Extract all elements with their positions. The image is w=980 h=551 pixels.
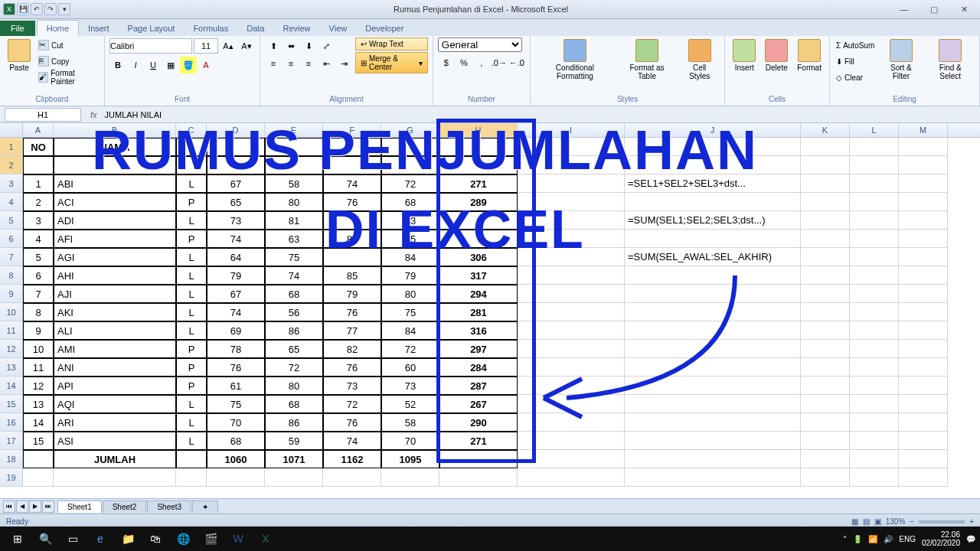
explorer-icon[interactable]: 📁	[115, 528, 141, 549]
cell[interactable]	[850, 138, 899, 156]
cell[interactable]	[323, 248, 381, 266]
word-icon[interactable]: W	[225, 528, 251, 549]
cell[interactable]	[801, 321, 850, 340]
cell[interactable]	[899, 285, 948, 303]
cell[interactable]: 64	[207, 248, 265, 266]
cell[interactable]	[850, 432, 899, 450]
row-1[interactable]: 1	[0, 138, 23, 156]
battery-icon[interactable]: 🔋	[853, 535, 862, 543]
cell[interactable]: 1060	[207, 450, 265, 468]
cell[interactable]	[801, 248, 850, 266]
cell[interactable]	[625, 377, 801, 395]
cell[interactable]: 68	[207, 432, 265, 450]
cell[interactable]	[850, 377, 899, 395]
cell[interactable]: 72	[265, 358, 323, 377]
cell[interactable]	[323, 156, 381, 174]
cell[interactable]	[625, 340, 801, 358]
cell[interactable]	[625, 303, 801, 321]
currency-icon[interactable]: $	[438, 54, 455, 71]
cell[interactable]	[518, 395, 625, 413]
cell[interactable]	[518, 303, 625, 321]
cell[interactable]: 75	[381, 303, 439, 321]
clear-button[interactable]: ◇Clear	[835, 70, 876, 85]
cell[interactable]: 289	[439, 193, 518, 211]
cell[interactable]	[518, 450, 625, 468]
underline-button[interactable]: U	[145, 57, 162, 73]
cell[interactable]	[518, 340, 625, 358]
save-icon[interactable]: 💾	[17, 3, 29, 15]
cell[interactable]: P	[176, 358, 207, 377]
cell[interactable]	[850, 303, 899, 321]
select-all-corner[interactable]	[0, 123, 23, 137]
cell[interactable]: 52	[381, 395, 439, 413]
cell[interactable]: P	[176, 193, 207, 211]
cell[interactable]	[801, 432, 850, 450]
cell[interactable]	[850, 174, 899, 193]
cell[interactable]: AGI	[54, 248, 176, 266]
cell[interactable]	[265, 138, 323, 156]
cell[interactable]: 74	[207, 303, 265, 321]
row-19[interactable]: 19	[0, 468, 23, 487]
cell[interactable]	[801, 285, 850, 303]
cell[interactable]: 75	[265, 248, 323, 266]
cell[interactable]	[801, 174, 850, 193]
autosum-button[interactable]: ΣAutoSum	[835, 37, 876, 53]
new-sheet-icon[interactable]: ✦	[192, 500, 218, 513]
cell[interactable]: 77	[323, 321, 381, 340]
cell[interactable]: NAMA	[54, 138, 176, 156]
orientation-icon[interactable]: ⤢	[318, 37, 335, 54]
cell[interactable]	[323, 468, 381, 487]
cell[interactable]	[439, 138, 518, 156]
col-L[interactable]: L	[850, 123, 899, 137]
cell[interactable]	[518, 156, 625, 174]
cell[interactable]	[381, 156, 439, 174]
cell[interactable]: 72	[381, 174, 439, 193]
row-18[interactable]: 18	[0, 450, 23, 468]
insert-tab[interactable]: Insert	[79, 21, 119, 36]
cell[interactable]: L	[176, 413, 207, 432]
cell[interactable]	[850, 266, 899, 285]
cell[interactable]	[518, 285, 625, 303]
cell[interactable]: 317	[439, 266, 518, 285]
zoom-in-icon[interactable]: +	[969, 517, 974, 526]
cell[interactable]	[899, 174, 948, 193]
cell[interactable]	[899, 266, 948, 285]
comma-icon[interactable]: ,	[473, 54, 490, 71]
formulas-tab[interactable]: Formulas	[184, 21, 237, 36]
cell[interactable]	[518, 138, 625, 156]
developer-tab[interactable]: Developer	[356, 21, 413, 36]
row-9[interactable]: 9	[0, 285, 23, 303]
cell[interactable]: 68	[381, 193, 439, 211]
col-H[interactable]: H	[439, 123, 518, 137]
cell[interactable]: 6	[23, 266, 54, 285]
cell[interactable]	[850, 285, 899, 303]
cell[interactable]: 271	[439, 174, 518, 193]
insert-cells-button[interactable]: Insert	[730, 37, 759, 73]
cell[interactable]	[801, 303, 850, 321]
row-11[interactable]: 11	[0, 321, 23, 340]
sheet2-tab[interactable]: Sheet2	[103, 500, 147, 513]
cell[interactable]: 1071	[265, 450, 323, 468]
cell[interactable]	[518, 174, 625, 193]
bold-button[interactable]: B	[109, 57, 126, 73]
cell[interactable]	[899, 413, 948, 432]
cell[interactable]: 267	[439, 395, 518, 413]
cell[interactable]	[850, 358, 899, 377]
cell[interactable]: AKI	[54, 303, 176, 321]
edge-icon[interactable]: e	[87, 528, 113, 549]
cell[interactable]	[899, 193, 948, 211]
col-D[interactable]: D	[207, 123, 265, 137]
row-15[interactable]: 15	[0, 395, 23, 413]
cell[interactable]: AJI	[54, 285, 176, 303]
store-icon[interactable]: 🛍	[142, 528, 168, 549]
cell[interactable]	[518, 432, 625, 450]
cell[interactable]	[625, 138, 801, 156]
cell[interactable]	[518, 377, 625, 395]
cell[interactable]	[381, 468, 439, 487]
cell[interactable]: 73	[323, 377, 381, 395]
cell[interactable]: 79	[207, 266, 265, 285]
clock-time[interactable]: 22.06	[922, 530, 960, 539]
cell[interactable]	[625, 266, 801, 285]
cell[interactable]: 83	[381, 211, 439, 230]
align-right-icon[interactable]: ≡	[300, 55, 317, 72]
